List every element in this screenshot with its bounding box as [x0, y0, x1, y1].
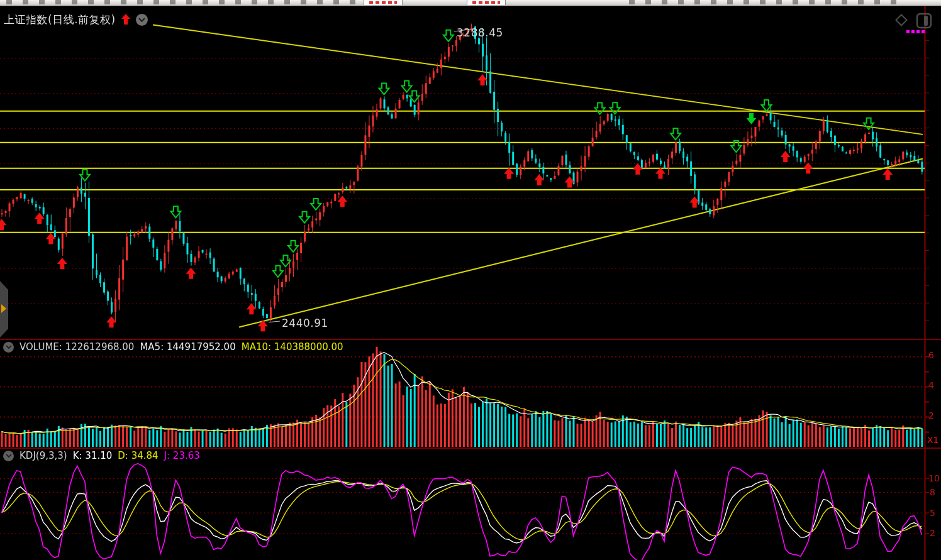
kdj-axis-label: 10: [928, 473, 940, 483]
peak-price-label: 3288.45: [457, 26, 503, 39]
volume-axis-label: 2: [928, 410, 934, 420]
kdj-axis-label: 5: [930, 508, 935, 518]
kdj-label: KDJ(9,3,3): [19, 450, 67, 461]
kdj-header: KDJ(9,3,3) K: 31.10 D: 34.84 J: 23.63: [3, 450, 200, 461]
volume-pane[interactable]: [0, 340, 941, 448]
volume-unit-label: X1: [927, 435, 939, 445]
main-chart-pane[interactable]: [0, 6, 941, 339]
volume-ma10-value: MA10: 140388000.00: [242, 341, 343, 353]
chevron-down-icon: [6, 454, 12, 458]
volume-value: VOLUME: 122612968.00: [19, 341, 134, 353]
kdj-d-value: D: 34.84: [118, 450, 158, 461]
left-panel-handle[interactable]: [0, 281, 8, 338]
collapse-main-button[interactable]: [136, 14, 148, 26]
red-up-arrow-icon: [121, 14, 131, 25]
volume-axis-label: 6: [928, 350, 934, 360]
toolbar-text-clipped: [6, 0, 359, 4]
toolbar-text-clipped: [629, 0, 899, 4]
orange-right-triangle-icon: [1, 304, 7, 314]
trough-price-label: 2440.91: [282, 317, 328, 329]
chart-title-row: 上证指数(日线.前复权): [4, 13, 148, 26]
collapse-volume-button[interactable]: [3, 342, 14, 353]
toolbar-button-clipped[interactable]: [467, 0, 506, 5]
kdj-k-value: K: 31.10: [73, 450, 113, 461]
page-title: 上证指数(日线.前复权): [4, 13, 116, 27]
top-right-icons: [894, 13, 932, 29]
kdj-axis-label: 8: [930, 487, 935, 497]
volume-axis-label: 4: [928, 380, 934, 390]
diamond-icon[interactable]: [894, 13, 909, 28]
kdj-axis-label: 2: [930, 528, 935, 538]
chevron-down-icon: [6, 345, 12, 349]
trading-app-window: { "header": { "title": "上证指数(日线.前复权)" },…: [0, 0, 941, 560]
kdj-j-value: J: 23.63: [164, 450, 200, 461]
toolbar-button-clipped[interactable]: [364, 0, 403, 5]
chevron-down-icon: [138, 18, 145, 22]
top-toolbar-clipped: [0, 0, 941, 6]
magenta-dots-icon: [906, 30, 925, 33]
volume-ma5-value: MA5: 144917952.00: [140, 341, 235, 353]
volume-header: VOLUME: 122612968.00 MA5: 144917952.00 M…: [3, 341, 343, 353]
panel-toggle-icon[interactable]: [916, 13, 932, 29]
kdj-pane[interactable]: [0, 449, 941, 560]
collapse-kdj-button[interactable]: [3, 451, 14, 461]
